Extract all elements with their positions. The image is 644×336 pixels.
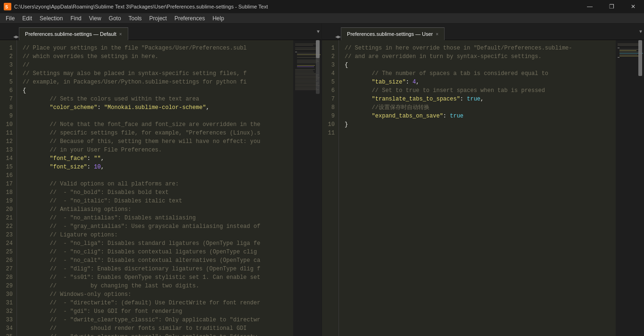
svg-rect-40 [619,52,641,52]
left-minimap[interactable] [293,40,322,336]
right-tab[interactable]: Preferences.sublime-settings — User × [341,27,445,40]
svg-rect-34 [616,40,644,336]
left-editor-content: 12345 678910 1112131415 1617181920 21222… [0,40,322,336]
svg-rect-14 [297,65,315,66]
left-panel: ◀▶ Preferences.sublime-settings — Defaul… [0,24,322,336]
svg-rect-21 [295,76,318,76]
svg-rect-4 [295,45,313,45]
menu-file[interactable]: File [2,13,18,24]
svg-rect-39 [619,50,636,51]
svg-rect-12 [297,61,319,62]
svg-rect-46 [638,40,642,76]
svg-rect-26 [295,83,319,83]
svg-rect-16 [295,69,315,70]
menu-preferences[interactable]: Preferences [171,13,209,24]
svg-rect-33 [316,40,320,58]
svg-rect-5 [295,48,319,48]
menu-find[interactable]: Find [66,13,85,24]
svg-rect-3 [295,44,316,44]
svg-rect-13 [297,63,317,63]
right-tab-bar: ◀▶ Preferences.sublime-settings — User ×… [322,24,644,40]
right-nav-arrows[interactable]: ◀▶ [335,34,341,40]
svg-rect-29 [295,87,316,87]
menubar: File Edit Selection Find View Goto Tools… [0,13,644,24]
left-tab-close[interactable]: × [119,32,122,37]
titlebar: S C:\Users\zyong\AppData\Roaming\Sublime… [0,0,644,13]
svg-rect-19 [295,73,316,74]
svg-rect-43 [619,56,639,56]
menu-selection[interactable]: Selection [36,13,66,24]
close-button[interactable]: ✕ [622,0,644,13]
right-line-numbers: 12345 678910 11 [322,40,339,336]
svg-rect-20 [295,75,319,75]
window-title: C:\Users\zyong\AppData\Roaming\Sublime T… [14,4,268,9]
left-line-numbers: 12345 678910 1112131415 1617181920 21222… [0,40,17,336]
left-tab-label: Preferences.sublime-settings — Default [25,31,116,37]
svg-rect-31 [295,90,319,90]
svg-rect-42 [619,54,637,55]
menu-tools[interactable]: Tools [125,13,146,24]
svg-rect-23 [295,79,319,79]
left-code-area[interactable]: // Place your settings in the file "Pack… [17,40,293,336]
left-tab[interactable]: Preferences.sublime-settings — Default × [19,27,128,40]
menu-help[interactable]: Help [209,13,228,24]
right-tab-close[interactable]: × [436,32,438,37]
minimize-button[interactable]: — [579,0,601,13]
svg-rect-6 [295,49,318,50]
app-icon: S [4,3,11,10]
svg-rect-37 [618,48,619,48]
right-tab-label: Preferences.sublime-settings — User [347,31,433,37]
right-code-area[interactable]: // Settings in here override those in "D… [339,40,616,336]
right-panel: ◀▶ Preferences.sublime-settings — User ×… [322,24,644,336]
right-minimap[interactable] [616,40,644,336]
left-nav-arrows[interactable]: ◀▶ [13,34,19,40]
svg-rect-24 [295,80,317,81]
menu-view[interactable]: View [85,13,105,24]
svg-rect-44 [618,57,619,58]
svg-rect-38 [619,49,640,50]
left-tab-bar: ◀▶ Preferences.sublime-settings — Defaul… [0,24,322,40]
menu-edit[interactable]: Edit [18,13,36,24]
svg-rect-15 [297,67,314,67]
window-controls: — ❐ ✕ [579,0,644,13]
svg-rect-7 [295,52,297,52]
svg-rect-8 [297,53,317,54]
svg-rect-30 [295,88,317,89]
svg-rect-17 [295,71,313,71]
svg-rect-11 [297,60,318,60]
editor-container: ◀▶ Preferences.sublime-settings — Defaul… [0,24,644,336]
svg-rect-36 [618,45,640,45]
right-tab-dropdown[interactable]: ▼ [639,29,642,34]
menu-goto[interactable]: Goto [105,13,125,24]
svg-rect-27 [295,84,318,84]
svg-rect-25 [295,81,316,82]
svg-text:S: S [5,5,8,10]
left-tab-dropdown[interactable]: ▼ [317,29,320,34]
right-editor-content: 12345 678910 11 // Settings in here over… [322,40,644,336]
svg-rect-18 [295,72,314,72]
maximize-button[interactable]: ❐ [601,0,622,13]
menu-project[interactable]: Project [146,13,171,24]
